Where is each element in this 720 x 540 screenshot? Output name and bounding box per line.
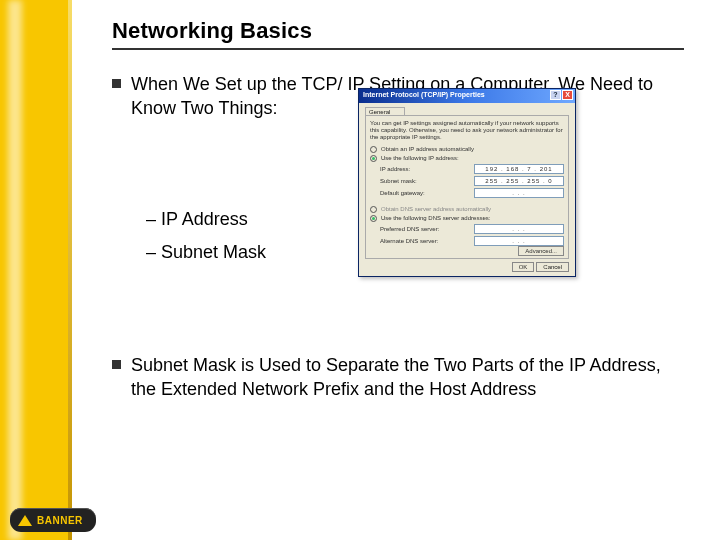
radio-label: Obtain DNS server address automatically [381,206,491,212]
alternate-dns-label: Alternate DNS server: [380,238,438,244]
preferred-dns-label: Preferred DNS server: [380,226,439,232]
dialog-titlebar: Internet Protocol (TCP/IP) Properties ? … [359,89,575,103]
radio-label: Use the following IP address: [381,155,459,161]
brand-sidebar [0,0,72,540]
radio-icon [370,206,377,213]
logo-text: BANNER [37,515,83,526]
alternate-dns-input[interactable]: . . . [474,236,564,246]
subnet-mask-input[interactable]: 255 . 255 . 255 . 0 [474,176,564,186]
dialog-intro: You can get IP settings assigned automat… [370,120,564,142]
banner-logo: BANNER [10,508,96,532]
slide-title: Networking Basics [112,18,684,50]
bullet-text: Subnet Mask is Used to Separate the Two … [131,353,690,402]
radio-icon [370,155,377,162]
preferred-dns-input[interactable]: . . . [474,224,564,234]
default-gateway-label: Default gateway: [380,190,425,196]
ip-address-label: IP address: [380,166,410,172]
close-button[interactable]: X [562,90,573,100]
cancel-button[interactable]: Cancel [536,262,569,272]
dialog-body: General You can get IP settings assigned… [359,103,575,276]
subnet-mask-label: Subnet mask: [380,178,417,184]
advanced-button[interactable]: Advanced... [518,246,564,256]
radio-label: Use the following DNS server addresses: [381,215,490,221]
radio-label: Obtain an IP address automatically [381,146,474,152]
radio-use-following-dns[interactable]: Use the following DNS server addresses: [370,215,564,222]
radio-icon [370,215,377,222]
radio-obtain-dns-auto: Obtain DNS server address automatically [370,206,564,213]
ok-button[interactable]: OK [512,262,535,272]
bullet-icon [112,360,121,369]
triangle-icon [18,515,32,526]
default-gateway-input[interactable]: . . . [474,188,564,198]
tcpip-properties-dialog: Internet Protocol (TCP/IP) Properties ? … [358,88,576,277]
radio-icon [370,146,377,153]
radio-obtain-ip-auto[interactable]: Obtain an IP address automatically [370,146,564,153]
dialog-panel: You can get IP settings assigned automat… [365,115,569,259]
help-button[interactable]: ? [550,90,561,100]
ip-address-input[interactable]: 192 . 168 . 7 . 201 [474,164,564,174]
bullet-icon [112,79,121,88]
bullet-2: Subnet Mask is Used to Separate the Two … [112,353,690,402]
dialog-title-text: Internet Protocol (TCP/IP) Properties [363,91,485,98]
radio-use-following-ip[interactable]: Use the following IP address: [370,155,564,162]
